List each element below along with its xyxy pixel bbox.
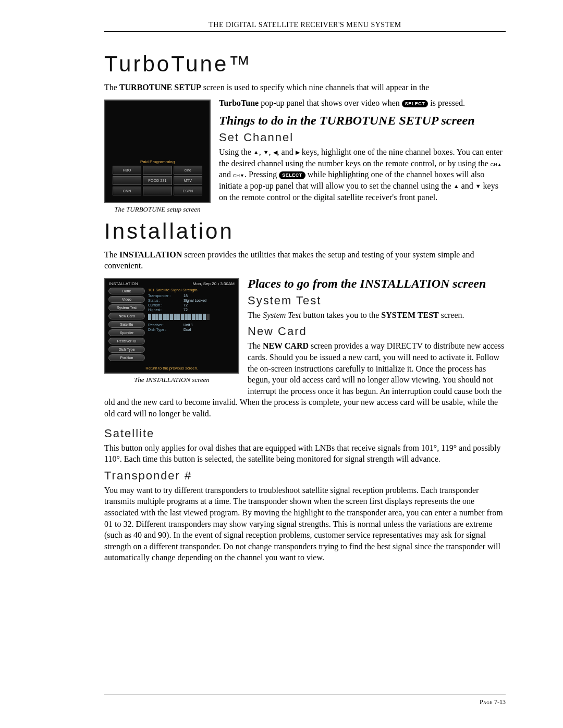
text: button takes you to the [301,311,382,319]
running-header: THE DIGITAL SATELLITE RECEIVER'S MENU SY… [104,21,506,32]
inst-key: Status : [148,299,180,302]
tt-cell [143,187,172,195]
inst-side-button: Receiver ID [108,338,145,344]
bold-text: TurboTune [219,98,259,107]
tt-cell: cine [174,166,202,175]
inst-val: Unit 1 [183,323,193,327]
inst-val: Dual [183,328,191,331]
text: The [104,250,119,259]
ch-up-icon: CH▲ [491,162,502,168]
text: The [248,341,263,350]
inst-footer-hint: Return to the previous screen. [105,366,238,371]
bold-text: INSTALLATION [119,250,182,259]
inst-val: 72 [183,308,188,312]
satellite-head: Satellite [104,427,506,440]
turbotune-figure: Paid Programming HBO cine FOOD 231 MTV C… [104,100,211,214]
inst-body: Done Video System Test New Card Satellit… [105,288,238,364]
tt-cell: MTV [174,176,202,185]
tt-grid-title: Paid Programming [113,159,202,164]
turbotune-screenshot: Paid Programming HBO cine FOOD 231 MTV C… [104,100,211,203]
tt-cell: ESPN [174,187,202,195]
transponder-head: Transponder # [104,469,506,483]
inst-side-button: Xponder [108,329,145,336]
signal-strength-bar [148,314,235,320]
ch-down-icon: CH▼ [233,172,244,179]
right-arrow-icon: ▶ [296,149,300,155]
bold-text: SYSTEM TEST [381,311,438,319]
tt-cell: FOOD 231 [143,176,172,185]
page-label: Page [480,698,493,706]
installation-screenshot: INSTALLATION Mon, Sep 20 • 3:30AM Done V… [104,278,239,374]
page-footer: Page 7-13 [104,695,506,706]
page: THE DIGITAL SATELLITE RECEIVER'S MENU SY… [0,0,563,728]
inst-side-button: Dish Type [108,346,145,353]
down-arrow-icon: ▼ [475,183,481,189]
bold-text: TURBOTUNE SETUP [119,83,201,92]
installation-intro: The INSTALLATION screen provides the uti… [104,249,506,272]
italic-text: System Test [263,311,301,319]
inst-key: Receiver : [148,323,180,327]
tt-cell: CNN [113,187,141,195]
text: and [459,181,475,190]
tt-grid: Paid Programming HBO cine FOOD 231 MTV C… [113,159,202,197]
installation-caption: The INSTALLATION screen [104,374,239,384]
up-arrow-icon: ▲ [454,183,459,189]
inst-val: 72 [183,303,188,307]
bold-text: NEW CARD [263,341,309,350]
tt-cell [113,176,141,185]
text: and [219,170,233,179]
turbotune-caption: The TURBOTUNE setup screen [104,203,211,214]
inst-sidebar: Done Video System Test New Card Satellit… [108,288,145,361]
text: . Pressing [244,170,279,179]
text: pop-up panel that shows over video when [259,98,402,107]
inst-side-button: Position [108,354,145,361]
text: , [269,147,273,156]
inst-key: Highest : [148,308,180,312]
turbotune-intro: The TURBOTUNE SETUP screen is used to sp… [104,82,506,93]
inst-topbar: INSTALLATION Mon, Sep 20 • 3:30AM [105,279,238,288]
installation-title: Installation [104,219,506,244]
select-button-icon: SELECT [402,100,429,107]
text: screen. [439,311,464,319]
installation-figure: INSTALLATION Mon, Sep 20 • 3:30AM Done V… [104,278,239,384]
tt-cell [143,166,172,175]
turbotune-title: TurboTune™ [104,52,506,77]
inst-side-button: System Test [108,304,145,311]
down-arrow-icon: ▼ [263,149,269,155]
inst-clock: Mon, Sep 20 • 3:30AM [193,281,235,286]
inst-val: 18 [183,294,188,298]
text: Using the [219,147,253,156]
inst-title: INSTALLATION [109,281,138,286]
text: , [259,147,263,156]
inst-main-panel: 101 Satellite Signal Strength Transponde… [148,288,235,361]
inst-panel-title: 101 Satellite Signal Strength [148,288,235,292]
page-number: 7-13 [494,698,506,706]
inst-side-button: Video [108,296,145,303]
inst-key: Current : [148,303,180,307]
up-arrow-icon: ▲ [253,149,259,155]
select-button-icon: SELECT [279,171,305,179]
inst-key: Dish Type : [148,328,180,331]
satellite-para: This button only applies for oval dishes… [104,442,506,465]
transponder-para: You may want to try different transponde… [104,485,506,563]
text: The [104,83,119,92]
inst-side-button: Done [108,288,145,294]
inst-side-button: New Card [108,313,145,319]
text: , and [277,147,296,156]
left-arrow-icon: ◀ [273,149,277,155]
text: is pressed. [428,98,465,107]
inst-key: Transponder : [148,294,180,298]
inst-val: Signal Locked [183,299,206,302]
inst-side-button: Satellite [108,321,145,328]
text: screen is used to specify which nine cha… [201,83,430,92]
text: The [248,311,263,319]
tt-cell: HBO [113,166,141,175]
